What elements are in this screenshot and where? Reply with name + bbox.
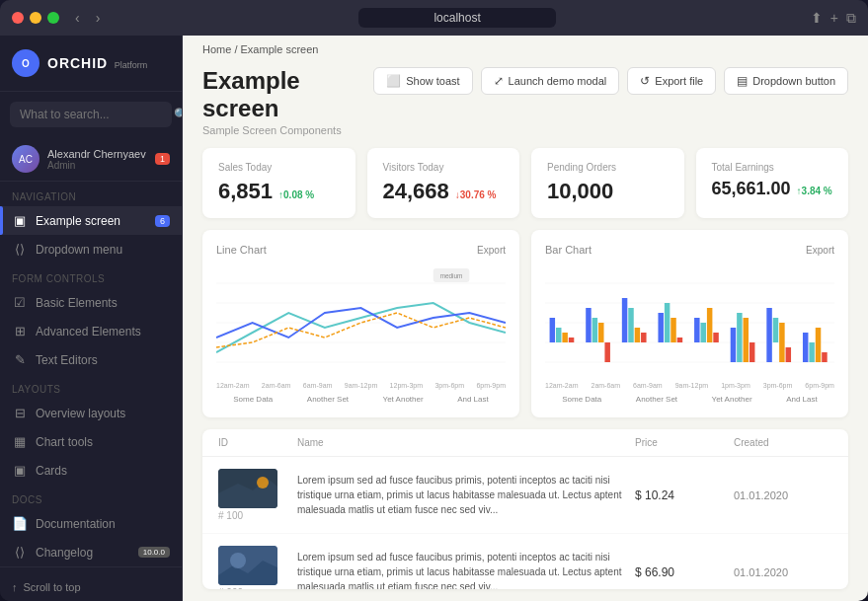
svg-rect-32 bbox=[731, 328, 736, 362]
svg-rect-13 bbox=[556, 328, 561, 342]
row-price: $ 66.90 bbox=[635, 565, 734, 579]
example-screen-badge: 6 bbox=[155, 215, 170, 227]
overview-layouts-icon: ⊟ bbox=[12, 406, 28, 420]
chart-export-button[interactable]: Export bbox=[477, 245, 506, 256]
table-header: ID Name Price Created bbox=[202, 429, 848, 457]
sidebar-item-text-editors[interactable]: ✎ Text Editors bbox=[0, 345, 182, 374]
svg-rect-22 bbox=[635, 328, 640, 342]
share-icon[interactable]: ⬆ bbox=[811, 10, 823, 27]
x-label: 9am-12pm bbox=[345, 382, 377, 389]
stat-label: Total Earnings bbox=[712, 162, 833, 173]
browser-address-bar: localhost bbox=[104, 8, 810, 28]
table-row: # 200 Lorem ipsum sed ad fusce faucibus … bbox=[202, 534, 848, 589]
launch-demo-button[interactable]: ⤢ Launch demo modal bbox=[481, 67, 620, 95]
logo-icon: O bbox=[12, 49, 39, 77]
toast-icon: ⬜ bbox=[386, 74, 401, 88]
stat-change: ↑0.08 % bbox=[278, 189, 314, 200]
url-display[interactable]: localhost bbox=[358, 8, 556, 28]
bar-chart-svg bbox=[545, 263, 834, 382]
stat-change: ↑3.84 % bbox=[797, 186, 832, 196]
sidebar-item-chart-tools[interactable]: ▦ Chart tools bbox=[0, 427, 182, 456]
chart-title: Bar Chart bbox=[545, 244, 592, 256]
x-label: 3pm-6pm bbox=[434, 382, 464, 389]
bar-chart-card: Bar Chart Export bbox=[531, 230, 848, 417]
logo-text: ORCHID bbox=[47, 55, 108, 71]
advanced-elements-icon: ⊞ bbox=[12, 324, 28, 338]
svg-rect-28 bbox=[694, 318, 699, 342]
x-label: 6am-9am bbox=[633, 382, 663, 389]
sidebar-item-label: Overview layouts bbox=[36, 407, 125, 420]
sidebar-item-example-screen[interactable]: ▣ Example screen 6 bbox=[0, 206, 182, 235]
svg-rect-41 bbox=[809, 342, 814, 362]
basic-elements-icon: ☑ bbox=[12, 295, 28, 310]
stats-grid: Sales Today 6,851 ↑0.08 % Visitors Today… bbox=[183, 148, 868, 230]
minimize-dot[interactable] bbox=[30, 12, 41, 24]
browser-dots bbox=[12, 12, 59, 24]
sidebar-item-documentation[interactable]: 📄 Documentation bbox=[0, 509, 182, 538]
line-chart-data-labels: Some Data Another Set Yet Another And La… bbox=[216, 395, 506, 404]
forward-button[interactable]: › bbox=[92, 8, 105, 28]
page-subtitle: Sample Screen Components bbox=[202, 124, 373, 136]
sidebar-item-cards[interactable]: ▣ Cards bbox=[0, 456, 182, 485]
search-input[interactable] bbox=[20, 108, 168, 121]
x-label: 12am-2am bbox=[545, 382, 578, 389]
sidebar-item-advanced-elements[interactable]: ⊞ Advanced Elements bbox=[0, 317, 182, 345]
x-label: 2am-6am bbox=[591, 382, 620, 389]
sidebar-item-label: Dropdown menu bbox=[36, 243, 122, 257]
sidebar-item-dropdown-menu[interactable]: ⟨⟩ Dropdown menu bbox=[0, 235, 182, 263]
svg-rect-36 bbox=[766, 308, 771, 362]
text-editors-icon: ✎ bbox=[12, 352, 28, 367]
sidebar-item-label: Cards bbox=[36, 464, 67, 478]
show-toast-button[interactable]: ⬜ Show toast bbox=[373, 67, 472, 95]
notification-badge[interactable]: 1 bbox=[155, 153, 170, 165]
svg-rect-21 bbox=[628, 308, 633, 342]
row-text: Lorem ipsum sed ad fusce faucibus primis… bbox=[297, 473, 635, 517]
svg-point-45 bbox=[257, 477, 269, 488]
stat-value: 24,668 ↓30.76 % bbox=[383, 179, 505, 204]
row-price: $ 10.24 bbox=[635, 488, 734, 502]
sidebar-logo: O ORCHID Platform bbox=[0, 36, 182, 92]
svg-rect-20 bbox=[622, 298, 627, 342]
svg-rect-38 bbox=[779, 323, 784, 362]
row-text: Lorem ipsum sed ad fusce faucibus primis… bbox=[297, 550, 635, 589]
data-label: Another Set bbox=[636, 395, 677, 404]
svg-point-47 bbox=[230, 553, 246, 568]
nav-section-navigation: Navigation bbox=[0, 182, 182, 206]
export-file-button[interactable]: ↺ Export file bbox=[627, 67, 716, 95]
avatar: AC bbox=[12, 145, 39, 173]
sidebar-item-overview-layouts[interactable]: ⊟ Overview layouts bbox=[0, 399, 182, 427]
sidebar-item-label: Changelog bbox=[36, 546, 93, 560]
close-dot[interactable] bbox=[12, 12, 24, 24]
browser-titlebar: ‹ › localhost ⬆ + ⧉ bbox=[0, 0, 868, 36]
maximize-dot[interactable] bbox=[47, 12, 59, 24]
sidebar-item-basic-elements[interactable]: ☑ Basic Elements bbox=[0, 288, 182, 317]
sidebar-item-changelog[interactable]: ⟨⟩ Changelog 10.0.0 bbox=[0, 538, 182, 566]
svg-rect-14 bbox=[562, 333, 567, 342]
stat-label: Pending Orders bbox=[547, 162, 669, 173]
scroll-to-top[interactable]: ↑ Scroll to top bbox=[12, 577, 170, 597]
chart-export-button[interactable]: Export bbox=[806, 245, 834, 256]
dropdown-menu-icon: ⟨⟩ bbox=[12, 242, 28, 257]
sidebar-item-label: Advanced Elements bbox=[36, 325, 141, 338]
changelog-badge: 10.0.0 bbox=[138, 547, 170, 558]
new-tab-icon[interactable]: + bbox=[830, 10, 838, 27]
back-button[interactable]: ‹ bbox=[71, 8, 84, 28]
row-image bbox=[218, 546, 277, 585]
svg-rect-39 bbox=[786, 347, 791, 362]
tabs-icon[interactable]: ⧉ bbox=[846, 10, 856, 27]
svg-rect-35 bbox=[750, 342, 754, 362]
sidebar: O ORCHID Platform 🔍 AC Alexandr Chernyae… bbox=[0, 36, 183, 601]
line-chart-card: Line Chart Export bbox=[202, 230, 519, 417]
search-box[interactable]: 🔍 bbox=[10, 102, 172, 127]
stat-change: ↓30.76 % bbox=[455, 189, 497, 200]
row-id: # 100 bbox=[218, 510, 297, 521]
chart-tools-icon: ▦ bbox=[12, 434, 28, 449]
breadcrumb-separator: / bbox=[234, 43, 237, 55]
logo-subtitle: Platform bbox=[115, 60, 148, 70]
dropdown-button[interactable]: ▤ Dropdown button bbox=[724, 67, 848, 95]
col-id: ID bbox=[218, 437, 297, 448]
row-image bbox=[218, 469, 277, 508]
breadcrumb-home[interactable]: Home bbox=[202, 43, 231, 55]
chart-header: Line Chart Export bbox=[216, 244, 506, 256]
user-section: AC Alexandr Chernyaev Admin 1 bbox=[0, 137, 182, 182]
